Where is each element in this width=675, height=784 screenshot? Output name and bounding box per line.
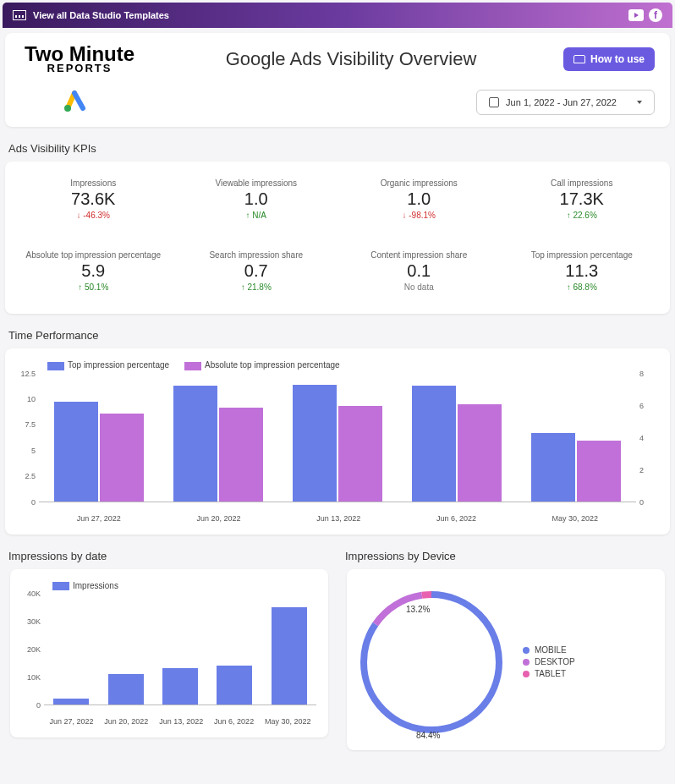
kpi-tile: Call impressions 17.3K ↑ 22.6% xyxy=(501,173,664,225)
bar xyxy=(272,607,307,705)
kpi-delta: No data xyxy=(341,282,497,292)
bar-group xyxy=(412,374,502,502)
kpi-tile: Top impression percentage 11.3 ↑ 68.8% xyxy=(501,245,664,297)
bar xyxy=(108,674,144,705)
device-donut: 84.4% 13.2% xyxy=(355,586,508,738)
bar xyxy=(100,414,144,502)
kpis-section-title: Ads Visibility KPIs xyxy=(8,142,667,155)
facebook-icon[interactable]: f xyxy=(649,8,662,22)
header-card: Two Minute REPORTS Google Ads Visibility… xyxy=(5,33,670,127)
kpi-delta: ↑ 21.8% xyxy=(178,282,335,292)
kpi-delta: ↑ N/A xyxy=(178,211,335,220)
x-axis-label: Jun 27, 2022 xyxy=(49,717,93,726)
legend-swatch-purple xyxy=(184,362,201,370)
time-performance-chart: Top impression percentage Absolute top i… xyxy=(5,348,670,534)
kpi-tile: Search impression share 0.7 ↑ 21.8% xyxy=(175,245,338,297)
kpi-label: Search impression share xyxy=(178,250,335,260)
bar-group xyxy=(173,374,263,502)
device-legend: MOBILEDESKTOPTABLET xyxy=(523,643,575,681)
top-banner[interactable]: View all Data Studio Templates f xyxy=(3,3,672,28)
kpi-value: 11.3 xyxy=(504,261,661,281)
x-axis-label: Jun 27, 2022 xyxy=(77,514,121,523)
page-title: Google Ads Visibility Overview xyxy=(139,48,563,70)
kpi-label: Top impression percentage xyxy=(504,250,661,260)
legend-swatch-blue xyxy=(47,362,64,370)
kpi-value: 17.3K xyxy=(504,189,661,209)
time-section-title: Time Performance xyxy=(8,329,667,342)
x-axis-label: Jun 13, 2022 xyxy=(316,514,360,523)
kpi-label: Impressions xyxy=(15,178,172,188)
bar-group xyxy=(293,374,382,502)
device-legend-item: MOBILE xyxy=(523,645,575,655)
youtube-icon[interactable] xyxy=(628,9,644,21)
x-axis-label: Jun 6, 2022 xyxy=(436,514,476,523)
bar xyxy=(162,668,198,705)
legend-swatch-blue xyxy=(52,582,69,590)
bar xyxy=(219,408,263,502)
chevron-down-icon xyxy=(637,101,642,104)
imp-date-section-title: Impressions by date xyxy=(8,550,330,562)
bar xyxy=(458,404,502,502)
x-axis-label: May 30, 2022 xyxy=(265,717,311,726)
kpi-label: Organic impressions xyxy=(341,178,497,188)
top-banner-link[interactable]: View all Data Studio Templates xyxy=(33,10,169,20)
x-axis-label: Jun 13, 2022 xyxy=(159,717,203,726)
kpi-value: 1.0 xyxy=(178,189,335,209)
imp-device-section-title: Impressions by Device xyxy=(345,550,667,562)
kpi-label: Absolute top impression percentage xyxy=(15,250,172,260)
kpi-label: Call impressions xyxy=(504,178,661,188)
date-range-text: Jun 1, 2022 - Jun 27, 2022 xyxy=(506,97,617,107)
bar xyxy=(577,441,621,501)
kpi-value: 5.9 xyxy=(15,261,172,281)
device-legend-item: TABLET xyxy=(523,669,575,678)
impressions-by-device-chart: 84.4% 13.2% MOBILEDESKTOPTABLET xyxy=(347,569,665,750)
bar-group xyxy=(54,374,144,502)
bar xyxy=(338,406,382,501)
kpi-delta: ↓ -46.3% xyxy=(15,211,172,220)
kpi-tile: Content impression share 0.1 No data xyxy=(338,245,501,297)
bar xyxy=(53,699,89,705)
legend-label: MOBILE xyxy=(535,645,567,655)
kpi-delta: ↑ 22.6% xyxy=(504,211,661,220)
device-legend-item: DESKTOP xyxy=(523,657,575,666)
legend-dot xyxy=(523,671,530,677)
impressions-by-date-chart: Impressions 010K20K30K40K Jun 27, 2022Ju… xyxy=(10,569,328,737)
kpi-tile: Viewable impressions 1.0 ↑ N/A xyxy=(175,173,338,225)
kpi-delta: ↓ -98.1% xyxy=(341,211,497,220)
x-axis-label: Jun 6, 2022 xyxy=(214,717,254,726)
how-to-use-button[interactable]: How to use xyxy=(563,47,655,71)
kpi-card: Impressions 73.6K ↓ -46.3%Viewable impre… xyxy=(5,162,670,314)
donut-label-mobile: 84.4% xyxy=(416,731,440,740)
bar xyxy=(412,386,456,502)
calendar-icon xyxy=(489,97,499,107)
kpi-tile: Absolute top impression percentage 5.9 ↑… xyxy=(12,245,175,297)
x-axis-label: May 30, 2022 xyxy=(552,514,599,523)
x-axis-label: Jun 20, 2022 xyxy=(104,717,148,726)
legend-label: TABLET xyxy=(535,669,566,678)
bar-group xyxy=(531,374,621,502)
google-ads-icon xyxy=(63,90,88,115)
bar xyxy=(531,433,575,502)
legend-dot xyxy=(523,659,530,666)
imp-date-legend-label: Impressions xyxy=(73,581,118,590)
kpi-tile: Organic impressions 1.0 ↓ -98.1% xyxy=(338,173,501,225)
imp-date-legend: Impressions xyxy=(52,581,320,590)
book-icon xyxy=(573,55,585,63)
date-range-picker[interactable]: Jun 1, 2022 - Jun 27, 2022 xyxy=(476,90,655,115)
how-to-use-label: How to use xyxy=(590,53,645,65)
bar xyxy=(54,402,98,501)
bar xyxy=(217,666,252,705)
legend-label-2: Absolute top impression percentage xyxy=(205,360,340,370)
kpi-label: Viewable impressions xyxy=(178,178,335,188)
donut-label-desktop: 13.2% xyxy=(406,605,430,614)
kpi-value: 1.0 xyxy=(341,189,497,209)
legend-label-1: Top impression percentage xyxy=(68,360,169,370)
kpi-tile: Impressions 73.6K ↓ -46.3% xyxy=(12,173,175,225)
kpi-value: 73.6K xyxy=(15,189,172,209)
kpi-value: 0.7 xyxy=(178,261,335,281)
x-axis-label: Jun 20, 2022 xyxy=(197,514,241,523)
brand-logo: Two Minute REPORTS xyxy=(20,45,139,73)
legend-label: DESKTOP xyxy=(535,657,575,666)
kpi-delta: ↑ 68.8% xyxy=(504,282,661,292)
svg-point-0 xyxy=(64,105,71,112)
